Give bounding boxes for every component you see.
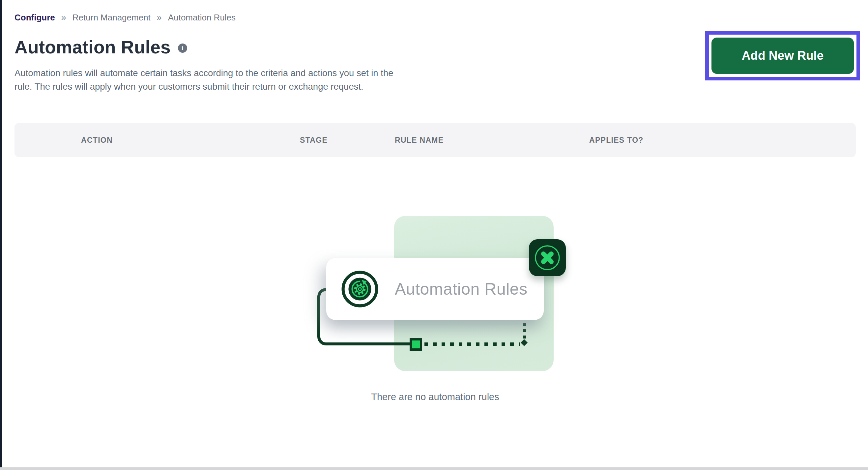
column-header-action: ACTION [81, 123, 113, 157]
sidebar-edge-strip [0, 0, 2, 470]
column-header-applies-to: APPLIES TO? [589, 123, 644, 157]
breadcrumb-return-management[interactable]: Return Management [72, 12, 151, 23]
breadcrumb-configure[interactable]: Configure [14, 12, 55, 23]
page-description-line: rule. The rules will apply when your cus… [14, 80, 393, 93]
breadcrumb-automation-rules: Automation Rules [168, 12, 236, 23]
chevron-double-right-icon: » [61, 13, 66, 22]
close-rule-button[interactable] [529, 239, 566, 276]
card-label: Automation Rules [395, 280, 528, 299]
page-description-line: Automation rules will automate certain t… [14, 66, 393, 80]
circle-x-icon [532, 243, 562, 273]
column-header-rule-name: RULE NAME [395, 123, 443, 157]
gear-refresh-icon [341, 271, 378, 308]
annotation-highlight-box: Add New Rule [705, 31, 860, 81]
page-title: Automation Rules [14, 37, 171, 58]
horizontal-scrollbar-track[interactable] [0, 467, 868, 470]
column-header-stage: STAGE [300, 123, 328, 157]
empty-state-message: There are no automation rules [14, 391, 856, 402]
connector-node [410, 338, 422, 351]
chevron-double-right-icon: » [157, 13, 162, 22]
add-new-rule-button[interactable]: Add New Rule [711, 38, 854, 74]
automation-rules-card: Automation Rules [326, 258, 544, 320]
page-description: Automation rules will automate certain t… [14, 66, 393, 93]
dotted-line-vertical [523, 323, 526, 339]
info-icon[interactable]: i [178, 43, 187, 53]
breadcrumb: Configure » Return Management » Automati… [14, 12, 236, 23]
rules-table-header: ACTION STAGE RULE NAME APPLIES TO? [14, 123, 856, 157]
page-header: Automation Rules i [14, 37, 187, 58]
dotted-line-horizontal [425, 342, 520, 346]
